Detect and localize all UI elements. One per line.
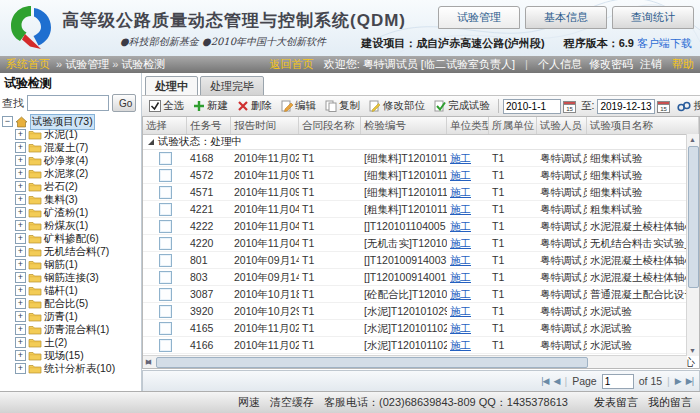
row-checkbox[interactable] (159, 271, 172, 284)
unit-type-link[interactable]: 施工 (450, 339, 471, 351)
expand-box-icon[interactable]: + (15, 246, 26, 257)
unit-type-link[interactable]: 施工 (450, 305, 471, 317)
tree-item-18[interactable]: +统计分析表(10) (15, 362, 141, 375)
toolbar-button-checkbox[interactable]: 全选 (145, 97, 188, 115)
column-header-2[interactable]: 报告时间 (231, 117, 299, 134)
client-download-link[interactable]: 客户端下载 (637, 37, 692, 49)
page-last-icon[interactable]: ▶| (686, 376, 693, 386)
unit-type-link[interactable]: 施工 (450, 169, 471, 181)
tree-item-17[interactable]: +现场(15) (15, 349, 141, 362)
group-row[interactable]: 试验状态：处理中 (143, 135, 699, 150)
tree-item-14[interactable]: +沥青(1) (15, 310, 141, 323)
table-row[interactable]: 41662010年11月02日T1[水泥]T120101102002施工T1粤特… (143, 337, 699, 354)
tree-item-13[interactable]: +配合比(5) (15, 297, 141, 310)
unit-type-link[interactable]: 施工 (450, 254, 471, 266)
row-checkbox[interactable] (159, 339, 172, 352)
column-header-8[interactable]: 试验项目名称 (587, 117, 699, 134)
table-row[interactable]: 8032010年09月14日T1[]T120100914001施工T1粤特调试员… (143, 269, 699, 286)
expand-box-icon[interactable]: + (15, 350, 26, 361)
toolbar-button-edit[interactable]: 编辑 (277, 97, 320, 115)
expand-box-icon[interactable]: + (15, 207, 26, 218)
help-link[interactable]: 帮助 (672, 58, 694, 70)
scroll-down-icon[interactable]: ▼ (687, 345, 698, 356)
unit-type-link[interactable]: 施工 (450, 186, 471, 198)
nav-tab-2[interactable]: 查询统计 (612, 6, 694, 29)
row-checkbox[interactable] (159, 254, 172, 267)
row-checkbox[interactable] (159, 186, 172, 199)
expand-box-icon[interactable]: + (15, 337, 26, 348)
row-checkbox[interactable] (159, 288, 172, 301)
tree-search-input[interactable] (27, 95, 109, 111)
footer-link-0[interactable]: 网速 (238, 396, 260, 408)
table-row[interactable]: 42202010年11月04日T1[无机击实]T120101104001施工T1… (143, 235, 699, 252)
unit-type-link[interactable]: 施工 (450, 288, 471, 300)
unit-type-link[interactable]: 施工 (450, 237, 471, 249)
toolbar-button-copy[interactable]: 复制 (321, 97, 364, 115)
row-checkbox[interactable] (159, 152, 172, 165)
tree-item-11[interactable]: +钢筋连接(3) (15, 271, 141, 284)
expand-box-icon[interactable]: + (15, 285, 26, 296)
tree-item-8[interactable]: +矿料掺配(6) (15, 232, 141, 245)
expand-box-icon[interactable]: + (15, 272, 26, 283)
tree-item-2[interactable]: +砂净浆(4) (15, 154, 141, 167)
column-header-0[interactable]: 选择 (143, 117, 187, 134)
expand-box-icon[interactable]: + (15, 311, 26, 322)
row-checkbox[interactable] (159, 169, 172, 182)
calendar-icon[interactable]: 15 (657, 100, 670, 113)
user-link-2[interactable]: 注销 (640, 58, 662, 70)
footer-right-link-1[interactable]: 我的留言 (648, 396, 692, 408)
breadcrumb-item-1[interactable]: 试验检测 (121, 58, 165, 70)
tree-root[interactable]: −试验项目(73) (2, 115, 141, 128)
table-row[interactable]: 42222010年11月04日T1[]T120101104005施工T1粤特调试… (143, 218, 699, 235)
page-number-input[interactable] (602, 374, 634, 389)
collapse-box-icon[interactable]: − (2, 116, 13, 127)
table-row[interactable]: 45712010年11月09日T1[细集料]T120101109002施工T1粤… (143, 184, 699, 201)
breadcrumb-item-0[interactable]: 试验管理 (65, 58, 109, 70)
toolbar-button-plus[interactable]: 新建 (189, 97, 232, 115)
table-row[interactable]: 45722010年11月09日T1[细集料]T120101109003施工T1粤… (143, 167, 699, 184)
row-checkbox[interactable] (159, 305, 172, 318)
tree-item-0[interactable]: +水泥(1) (15, 128, 141, 141)
calendar-icon[interactable]: 15 (563, 100, 576, 113)
expand-box-icon[interactable]: + (15, 155, 26, 166)
tree-item-1[interactable]: +混凝土(7) (15, 141, 141, 154)
table-row[interactable]: 8012010年09月14日T1[]T120100914003施工T1粤特调试员… (143, 252, 699, 269)
expand-box-icon[interactable]: + (15, 220, 26, 231)
toolbar-button-modify[interactable]: 修改部位 (365, 97, 429, 115)
expand-box-icon[interactable]: + (15, 168, 26, 179)
column-header-7[interactable]: 试验人员 (537, 117, 587, 134)
expand-box-icon[interactable]: + (15, 181, 26, 192)
table-row[interactable]: 39202010年10月29日T1[水泥]T120101029009施工T1粤特… (143, 303, 699, 320)
tree-item-7[interactable]: +粉煤灰(1) (15, 219, 141, 232)
unit-type-link[interactable]: 施工 (450, 152, 471, 164)
unit-type-link[interactable]: 施工 (450, 271, 471, 283)
expand-box-icon[interactable]: + (15, 129, 26, 140)
expand-box-icon[interactable]: + (15, 233, 26, 244)
tree-item-5[interactable]: +集料(3) (15, 193, 141, 206)
tab-0[interactable]: 处理中 (145, 76, 198, 96)
horizontal-scrollbar[interactable]: ◀ ▶ (143, 355, 687, 368)
breadcrumb-home-link[interactable]: 系统首页 (6, 58, 50, 70)
tree-item-6[interactable]: +矿渣粉(1) (15, 206, 141, 219)
column-header-4[interactable]: 检验编号 (361, 117, 447, 134)
scroll-right-icon[interactable]: ▶ (143, 356, 154, 367)
row-checkbox[interactable] (159, 203, 172, 216)
toolbar-button-complete[interactable]: 完成试验 (430, 97, 494, 115)
unit-type-link[interactable]: 施工 (450, 220, 471, 232)
table-row[interactable]: 41682010年11月02日T1[细集料]T120101102001施工T1粤… (143, 150, 699, 167)
expand-box-icon[interactable]: + (15, 142, 26, 153)
tree-item-15[interactable]: +沥青混合料(1) (15, 323, 141, 336)
tree-item-12[interactable]: +锚杆(1) (15, 284, 141, 297)
unit-type-link[interactable]: 施工 (450, 203, 471, 215)
horizontal-scroll-thumb[interactable] (156, 357, 588, 368)
page-prev-icon[interactable]: ◀ (554, 376, 560, 386)
page-first-icon[interactable]: |◀ (541, 376, 548, 386)
expand-box-icon[interactable]: + (15, 324, 26, 335)
tree-item-9[interactable]: +无机结合料(7) (15, 245, 141, 258)
scroll-up-icon[interactable]: ▲ (687, 134, 698, 145)
user-link-1[interactable]: 修改密码 (589, 58, 633, 70)
back-home-link[interactable]: 返回首页 (270, 58, 314, 70)
nav-tab-1[interactable]: 基本信息 (525, 6, 607, 29)
user-link-0[interactable]: 个人信息 (538, 58, 582, 70)
table-row[interactable]: 41652010年11月02日T1[水泥]T120101102001施工T1粤特… (143, 320, 699, 337)
